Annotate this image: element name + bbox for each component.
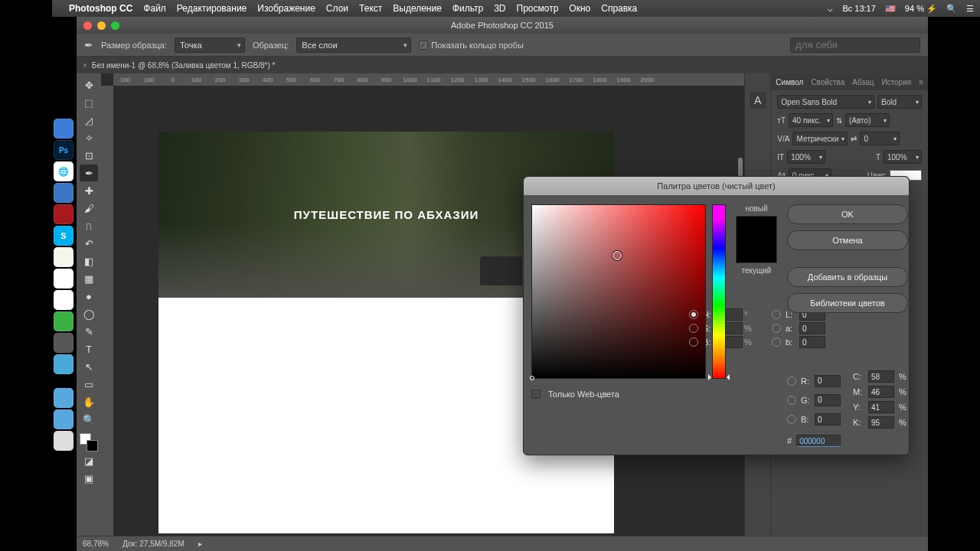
path-select-tool[interactable]: ↖ [80, 358, 98, 375]
zoom-tool[interactable]: 🔍 [80, 411, 98, 428]
eyedropper-tool[interactable]: ✒ [80, 165, 98, 181]
dock-settings-icon[interactable] [54, 333, 74, 353]
eraser-tool[interactable]: ◧ [80, 253, 98, 269]
menu-help[interactable]: Справка [601, 3, 637, 14]
menu-select[interactable]: Выделение [393, 3, 442, 14]
menu-image[interactable]: Изображение [257, 3, 315, 14]
h-radio[interactable] [689, 310, 698, 319]
dock-filezilla-icon[interactable] [54, 204, 74, 224]
character-panel-icon[interactable]: A [750, 92, 766, 109]
lasso-tool[interactable]: ◿ [80, 112, 98, 129]
doc-size[interactable]: Док: 27,5M/9,82M [122, 540, 185, 548]
dock-app4-icon[interactable] [54, 311, 74, 331]
clock[interactable]: Вс 13:17 [842, 4, 875, 13]
font-style-dropdown[interactable]: Bold [877, 95, 922, 109]
input-source[interactable]: 🇺🇸 [885, 4, 896, 14]
kerning-dropdown[interactable]: Метрически [792, 132, 848, 145]
pen-tool[interactable]: ✎ [80, 323, 98, 340]
m-input[interactable] [868, 386, 894, 398]
vscale-input[interactable]: 100% [787, 150, 825, 164]
dock-chrome-icon[interactable]: 🌐 [54, 161, 74, 181]
sample-layers-dropdown[interactable]: Все слои [296, 37, 411, 53]
saturation-brightness-field[interactable] [531, 204, 706, 379]
dock-app2-icon[interactable] [54, 269, 74, 289]
brush-tool[interactable]: 🖌 [80, 200, 98, 217]
gradient-tool[interactable]: ▦ [80, 270, 98, 287]
r-radio[interactable] [787, 377, 796, 386]
history-brush-tool[interactable]: ↶ [80, 235, 98, 252]
crop-tool[interactable]: ⊡ [80, 147, 98, 164]
background-swatch[interactable] [87, 440, 98, 452]
dock-photoshop-icon[interactable]: Ps [54, 140, 74, 160]
blur-tool[interactable]: ● [80, 288, 98, 305]
bluetooth-icon[interactable]: ⌵ [828, 4, 833, 14]
lab-b-radio[interactable] [772, 337, 781, 347]
menu-window[interactable]: Окно [569, 3, 590, 14]
y-input[interactable] [868, 401, 894, 413]
menu-3d[interactable]: 3D [494, 3, 505, 14]
b-radio[interactable] [689, 337, 698, 347]
tab-character[interactable]: Символ [776, 78, 803, 86]
screenmode-tool[interactable]: ▣ [80, 470, 98, 487]
hand-tool[interactable]: ✋ [80, 393, 98, 410]
r-input[interactable] [815, 375, 841, 387]
menu-edit[interactable]: Редактирование [177, 3, 247, 14]
dock-folder-icon[interactable] [54, 388, 74, 408]
color-cursor[interactable] [612, 251, 622, 260]
leading-dropdown[interactable]: (Авто) [845, 113, 890, 127]
web-colors-checkbox[interactable]: Только Web-цвета [531, 390, 726, 399]
dock-trash-icon[interactable] [54, 431, 74, 451]
c-input[interactable] [868, 370, 894, 383]
font-family-dropdown[interactable]: Open Sans Bold [777, 95, 874, 109]
ruler-horizontal[interactable]: 1001000100200300400500600700800900100011… [113, 73, 744, 86]
b2-input[interactable] [815, 413, 841, 425]
menu-view[interactable]: Просмотр [517, 3, 559, 14]
a-radio[interactable] [772, 324, 781, 333]
menu-text[interactable]: Текст [359, 3, 382, 14]
l-radio[interactable] [772, 310, 781, 319]
document-tab[interactable]: Без имени-1 @ 68,8% (Заливка цветом 1, R… [92, 61, 276, 70]
tab-close-icon[interactable]: × [83, 61, 87, 70]
menu-filter[interactable]: Фильтр [452, 3, 483, 14]
g-input[interactable] [815, 394, 841, 406]
zoom-level[interactable]: 68,78% [83, 540, 109, 548]
menu-layers[interactable]: Слои [326, 3, 348, 14]
font-size-dropdown[interactable]: 40 пикс. [789, 113, 833, 127]
dock-finder-icon[interactable] [54, 119, 74, 139]
stamp-tool[interactable]: ⎍ [80, 217, 98, 234]
menu-extras-icon[interactable]: ☰ [966, 4, 974, 14]
heal-tool[interactable]: ✚ [80, 182, 98, 199]
tab-paragraph[interactable]: Абзац [852, 78, 874, 86]
dock-app-icon[interactable] [54, 183, 74, 203]
shape-tool[interactable]: ▭ [80, 376, 98, 393]
dock-folder2-icon[interactable] [54, 409, 74, 429]
b2-radio[interactable] [787, 415, 796, 424]
type-tool[interactable]: T [80, 341, 98, 357]
g-radio[interactable] [787, 396, 796, 405]
color-swatches[interactable] [80, 433, 98, 452]
quickmask-tool[interactable]: ◪ [80, 452, 98, 469]
app-name[interactable]: Photoshop CC [69, 3, 132, 14]
hex-input[interactable] [796, 435, 841, 447]
tracking-dropdown[interactable]: 0 [860, 132, 900, 145]
hscale-input[interactable]: 100% [884, 150, 922, 164]
ruler-vertical[interactable] [101, 86, 113, 536]
dock-app3-icon[interactable] [54, 290, 74, 310]
dock-textedit-icon[interactable] [54, 247, 74, 267]
sample-size-dropdown[interactable]: Точка [175, 37, 245, 53]
add-swatch-button[interactable]: Добавить в образцы [787, 267, 908, 287]
hue-slider[interactable] [712, 204, 726, 379]
spotlight-icon[interactable]: 🔍 [946, 4, 957, 14]
k-input[interactable] [868, 416, 894, 429]
color-preview[interactable] [736, 216, 777, 263]
dialog-title[interactable]: Палитра цветов (чистый цвет) [524, 177, 909, 195]
show-ring-checkbox[interactable]: ✓Показать кольцо пробы [419, 41, 524, 50]
panel-menu-icon[interactable]: ≡ [919, 78, 923, 86]
battery-status[interactable]: 94 % ⚡ [905, 4, 937, 14]
color-libraries-button[interactable]: Библиотеки цветов [787, 293, 908, 313]
menu-file[interactable]: Файл [143, 3, 166, 14]
tool-preset-icon[interactable]: ✒ [84, 39, 93, 51]
dodge-tool[interactable]: ◯ [80, 305, 98, 322]
dock-app5-icon[interactable] [54, 354, 74, 374]
s-radio[interactable] [689, 324, 698, 333]
